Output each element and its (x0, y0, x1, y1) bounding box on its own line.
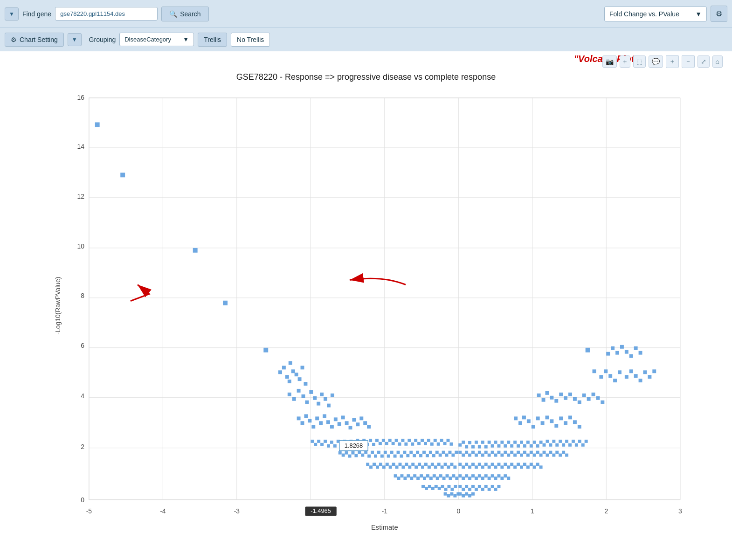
svg-rect-209 (458, 451, 462, 454)
svg-rect-165 (565, 440, 568, 443)
svg-rect-295 (536, 463, 539, 466)
svg-rect-124 (427, 439, 430, 442)
svg-rect-323 (478, 474, 481, 477)
svg-rect-360 (453, 494, 456, 498)
svg-rect-236 (546, 454, 549, 457)
svg-rect-302 (410, 477, 413, 480)
svg-rect-403 (625, 375, 628, 379)
svg-rect-329 (497, 474, 500, 477)
gear-button[interactable]: ⚙ (711, 6, 727, 22)
svg-rect-199 (426, 454, 429, 457)
svg-rect-328 (494, 477, 497, 480)
svg-rect-232 (533, 454, 536, 457)
svg-rect-404 (629, 369, 633, 373)
comment-icon-btn[interactable]: 💬 (649, 55, 663, 68)
svg-rect-391 (578, 401, 581, 404)
no-trellis-button[interactable]: No Trellis (231, 33, 270, 47)
svg-rect-123 (424, 442, 427, 445)
svg-rect-88 (311, 440, 314, 443)
svg-rect-197 (419, 454, 422, 457)
svg-rect-80 (341, 415, 345, 419)
svg-text:8: 8 (81, 292, 84, 299)
svg-rect-178 (358, 451, 361, 454)
svg-rect-354 (491, 485, 494, 488)
chart-setting-dropdown-btn[interactable]: ▼ (68, 33, 82, 46)
svg-rect-321 (471, 474, 475, 477)
svg-rect-192 (403, 451, 406, 454)
svg-rect-130 (447, 439, 450, 442)
chart-setting-button[interactable]: ⚙ Chart Setting (5, 33, 64, 47)
svg-rect-399 (604, 369, 608, 373)
svg-rect-251 (392, 463, 395, 466)
svg-rect-155 (533, 441, 536, 444)
disease-category-dropdown[interactable]: DiseaseCategory ▼ (119, 33, 194, 46)
zoom-in-icon-btn[interactable]: + (620, 55, 630, 68)
fold-change-dropdown[interactable]: Fold Change vs. PValue ▼ (604, 7, 707, 21)
svg-rect-298 (397, 477, 401, 480)
svg-rect-116 (401, 439, 404, 442)
svg-rect-54 (301, 366, 304, 369)
svg-rect-47 (282, 366, 286, 369)
main-dropdown-btn[interactable]: ▼ (5, 7, 19, 21)
svg-rect-190 (397, 451, 400, 454)
svg-rect-413 (620, 345, 624, 349)
svg-rect-237 (549, 451, 552, 454)
gene-input[interactable] (55, 7, 158, 21)
search-icon: 🔍 (169, 10, 177, 18)
svg-rect-60 (305, 401, 309, 404)
svg-rect-283 (497, 463, 500, 466)
svg-rect-198 (422, 451, 426, 454)
svg-rect-246 (376, 465, 379, 469)
svg-rect-262 (428, 465, 431, 469)
svg-rect-145 (500, 441, 504, 444)
svg-rect-140 (484, 445, 488, 449)
svg-rect-194 (409, 451, 413, 454)
svg-rect-278 (481, 465, 484, 469)
svg-text:-1.4965: -1.4965 (311, 507, 331, 514)
svg-rect-366 (471, 492, 475, 496)
svg-rect-307 (426, 474, 429, 477)
svg-rect-402 (618, 370, 622, 374)
expand-icon-btn[interactable]: ⤢ (697, 55, 710, 68)
svg-text:-4: -4 (160, 507, 166, 515)
svg-rect-411 (611, 346, 615, 350)
add-icon-btn[interactable]: ＋ (666, 55, 679, 68)
svg-rect-247 (379, 463, 382, 466)
svg-rect-303 (413, 474, 416, 477)
camera-icon-btn[interactable]: 📷 (602, 55, 617, 68)
svg-rect-160 (549, 443, 552, 447)
svg-text:3: 3 (678, 507, 682, 515)
svg-rect-306 (423, 477, 426, 480)
svg-rect-320 (468, 477, 471, 480)
toolbar-top: ▼ Find gene 🔍 Search Fold Change vs. PVa… (0, 0, 732, 28)
svg-rect-289 (517, 463, 520, 466)
svg-rect-87 (367, 425, 371, 429)
svg-rect-94 (330, 441, 333, 444)
svg-rect-212 (468, 454, 471, 457)
svg-rect-56 (288, 393, 291, 396)
svg-rect-196 (416, 451, 419, 454)
svg-rect-218 (488, 454, 491, 457)
svg-rect-182 (371, 451, 374, 454)
home-icon-btn[interactable]: ⌂ (712, 55, 723, 68)
search-button[interactable]: 🔍 Search (161, 7, 208, 21)
svg-rect-384 (546, 391, 549, 395)
svg-rect-166 (568, 443, 572, 447)
svg-rect-240 (559, 454, 562, 457)
subtract-icon-btn[interactable]: － (682, 55, 695, 68)
svg-rect-252 (395, 465, 399, 469)
svg-rect-369 (522, 415, 526, 419)
svg-rect-68 (297, 416, 301, 420)
svg-rect-319 (465, 474, 468, 477)
svg-rect-168 (575, 443, 578, 447)
svg-rect-131 (449, 442, 453, 446)
chart-svg-wrapper: 0 2 4 6 8 10 12 14 16 -5 -4 -3 -2 -1 0 1… (28, 93, 723, 532)
svg-rect-136 (471, 445, 475, 449)
svg-rect-133 (462, 441, 465, 444)
svg-rect-392 (582, 394, 586, 397)
trellis-button[interactable]: Trellis (198, 33, 227, 47)
svg-rect-126 (434, 439, 437, 442)
selection-icon-btn[interactable]: ⬚ (633, 55, 646, 68)
disease-category-arrow-icon: ▼ (183, 36, 189, 43)
svg-rect-274 (468, 465, 471, 469)
